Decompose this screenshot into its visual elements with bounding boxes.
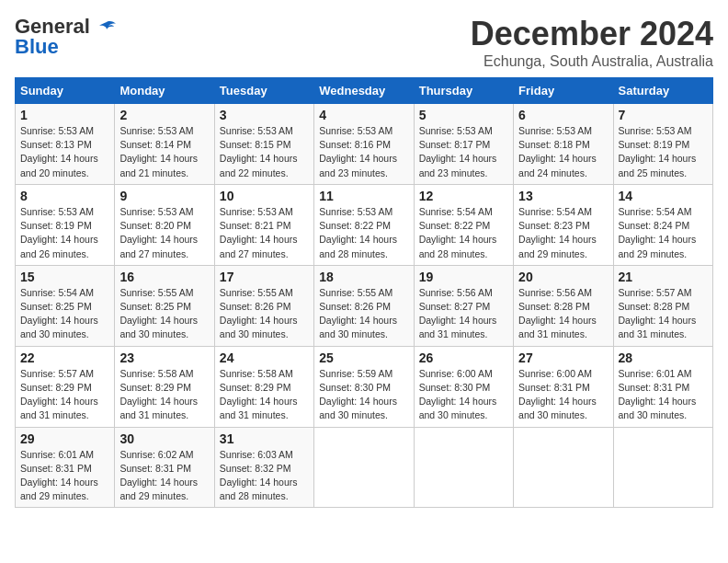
day-number: 7 <box>619 108 708 122</box>
day-detail: Sunrise: 6:00 AMSunset: 8:31 PMDaylight:… <box>518 367 608 423</box>
day-detail: Sunrise: 6:03 AMSunset: 8:32 PMDaylight:… <box>220 448 309 504</box>
day-detail: Sunrise: 5:55 AMSunset: 8:26 PMDaylight:… <box>220 286 309 342</box>
calendar-week-3: 15Sunrise: 5:54 AMSunset: 8:25 PMDayligh… <box>16 265 713 346</box>
day-detail: Sunrise: 5:53 AMSunset: 8:19 PMDaylight:… <box>20 205 109 261</box>
day-number: 17 <box>220 270 309 284</box>
day-number: 23 <box>119 350 209 365</box>
calendar-cell: 16Sunrise: 5:55 AMSunset: 8:25 PMDayligh… <box>115 265 214 346</box>
col-header-monday: Monday <box>115 78 214 104</box>
calendar-cell: 11Sunrise: 5:53 AMSunset: 8:22 PMDayligh… <box>314 184 414 265</box>
calendar-cell: 18Sunrise: 5:55 AMSunset: 8:26 PMDayligh… <box>314 265 414 346</box>
day-detail: Sunrise: 5:53 AMSunset: 8:20 PMDaylight:… <box>119 205 209 261</box>
calendar-cell <box>414 427 513 508</box>
logo-bird-icon <box>97 20 116 35</box>
calendar-cell: 10Sunrise: 5:53 AMSunset: 8:21 PMDayligh… <box>214 184 313 265</box>
day-detail: Sunrise: 5:53 AMSunset: 8:17 PMDaylight:… <box>419 124 508 180</box>
day-number: 5 <box>419 108 508 122</box>
calendar-cell: 19Sunrise: 5:56 AMSunset: 8:27 PMDayligh… <box>414 265 513 346</box>
calendar-cell: 21Sunrise: 5:57 AMSunset: 8:28 PMDayligh… <box>613 265 712 346</box>
calendar-cell: 4Sunrise: 5:53 AMSunset: 8:16 PMDaylight… <box>314 104 414 185</box>
col-header-wednesday: Wednesday <box>314 78 414 104</box>
day-number: 10 <box>220 189 309 203</box>
calendar-cell: 26Sunrise: 6:00 AMSunset: 8:30 PMDayligh… <box>414 346 513 427</box>
location-title: Echunga, South Australia, Australia <box>471 53 713 70</box>
day-number: 21 <box>619 270 708 284</box>
calendar-cell: 27Sunrise: 6:00 AMSunset: 8:31 PMDayligh… <box>514 346 613 427</box>
day-detail: Sunrise: 5:53 AMSunset: 8:14 PMDaylight:… <box>119 124 209 180</box>
day-number: 25 <box>319 350 408 365</box>
day-number: 20 <box>518 270 608 284</box>
col-header-sunday: Sunday <box>16 78 115 104</box>
day-number: 26 <box>419 350 508 365</box>
day-detail: Sunrise: 5:54 AMSunset: 8:24 PMDaylight:… <box>619 205 708 261</box>
day-number: 14 <box>619 189 708 203</box>
day-detail: Sunrise: 5:55 AMSunset: 8:25 PMDaylight:… <box>119 286 209 342</box>
day-detail: Sunrise: 5:53 AMSunset: 8:18 PMDaylight:… <box>518 124 608 180</box>
day-detail: Sunrise: 5:53 AMSunset: 8:19 PMDaylight:… <box>619 124 708 180</box>
calendar-cell: 2Sunrise: 5:53 AMSunset: 8:14 PMDaylight… <box>115 104 214 185</box>
calendar-cell: 9Sunrise: 5:53 AMSunset: 8:20 PMDaylight… <box>115 184 214 265</box>
day-number: 11 <box>319 189 408 203</box>
day-detail: Sunrise: 5:57 AMSunset: 8:28 PMDaylight:… <box>619 286 708 342</box>
day-detail: Sunrise: 5:58 AMSunset: 8:29 PMDaylight:… <box>119 367 209 423</box>
day-detail: Sunrise: 5:54 AMSunset: 8:25 PMDaylight:… <box>20 286 109 342</box>
calendar-header-row: SundayMondayTuesdayWednesdayThursdayFrid… <box>16 78 713 104</box>
day-detail: Sunrise: 6:01 AMSunset: 8:31 PMDaylight:… <box>619 367 708 423</box>
calendar-week-2: 8Sunrise: 5:53 AMSunset: 8:19 PMDaylight… <box>16 184 713 265</box>
day-number: 12 <box>419 189 508 203</box>
col-header-thursday: Thursday <box>414 78 513 104</box>
day-number: 31 <box>220 431 309 446</box>
calendar-cell: 28Sunrise: 6:01 AMSunset: 8:31 PMDayligh… <box>613 346 712 427</box>
day-number: 27 <box>518 350 608 365</box>
col-header-saturday: Saturday <box>613 78 712 104</box>
calendar-cell: 29Sunrise: 6:01 AMSunset: 8:31 PMDayligh… <box>16 427 115 508</box>
calendar-cell: 13Sunrise: 5:54 AMSunset: 8:23 PMDayligh… <box>514 184 613 265</box>
calendar-cell: 8Sunrise: 5:53 AMSunset: 8:19 PMDaylight… <box>16 184 115 265</box>
calendar-cell: 1Sunrise: 5:53 AMSunset: 8:13 PMDaylight… <box>16 104 115 185</box>
calendar-cell: 3Sunrise: 5:53 AMSunset: 8:15 PMDaylight… <box>214 104 313 185</box>
day-number: 24 <box>220 350 309 365</box>
title-block: December 2024 Echunga, South Australia, … <box>471 15 713 70</box>
day-detail: Sunrise: 5:53 AMSunset: 8:13 PMDaylight:… <box>20 124 109 180</box>
day-number: 2 <box>119 108 209 122</box>
calendar-cell: 17Sunrise: 5:55 AMSunset: 8:26 PMDayligh… <box>214 265 313 346</box>
day-detail: Sunrise: 5:53 AMSunset: 8:15 PMDaylight:… <box>220 124 309 180</box>
day-detail: Sunrise: 5:54 AMSunset: 8:23 PMDaylight:… <box>518 205 608 261</box>
day-detail: Sunrise: 5:53 AMSunset: 8:16 PMDaylight:… <box>319 124 408 180</box>
calendar-cell <box>613 427 712 508</box>
calendar-cell <box>514 427 613 508</box>
day-detail: Sunrise: 6:01 AMSunset: 8:31 PMDaylight:… <box>20 448 109 504</box>
day-detail: Sunrise: 5:56 AMSunset: 8:28 PMDaylight:… <box>518 286 608 342</box>
day-number: 1 <box>20 108 109 122</box>
calendar-cell: 22Sunrise: 5:57 AMSunset: 8:29 PMDayligh… <box>16 346 115 427</box>
calendar-cell: 31Sunrise: 6:03 AMSunset: 8:32 PMDayligh… <box>214 427 313 508</box>
day-number: 13 <box>518 189 608 203</box>
day-number: 29 <box>20 431 109 446</box>
calendar-cell: 5Sunrise: 5:53 AMSunset: 8:17 PMDaylight… <box>414 104 513 185</box>
day-number: 18 <box>319 270 408 284</box>
calendar-cell: 23Sunrise: 5:58 AMSunset: 8:29 PMDayligh… <box>115 346 214 427</box>
day-number: 28 <box>619 350 708 365</box>
calendar-cell: 15Sunrise: 5:54 AMSunset: 8:25 PMDayligh… <box>16 265 115 346</box>
day-number: 22 <box>20 350 109 365</box>
calendar-cell: 20Sunrise: 5:56 AMSunset: 8:28 PMDayligh… <box>514 265 613 346</box>
calendar-table: SundayMondayTuesdayWednesdayThursdayFrid… <box>15 77 713 508</box>
logo-blue: Blue <box>15 35 59 59</box>
calendar-cell: 14Sunrise: 5:54 AMSunset: 8:24 PMDayligh… <box>613 184 712 265</box>
calendar-week-4: 22Sunrise: 5:57 AMSunset: 8:29 PMDayligh… <box>16 346 713 427</box>
day-detail: Sunrise: 6:02 AMSunset: 8:31 PMDaylight:… <box>119 448 209 504</box>
day-number: 16 <box>119 270 209 284</box>
calendar-cell <box>314 427 414 508</box>
day-number: 6 <box>518 108 608 122</box>
day-detail: Sunrise: 5:56 AMSunset: 8:27 PMDaylight:… <box>419 286 508 342</box>
day-number: 19 <box>419 270 508 284</box>
logo: General Blue <box>15 15 116 59</box>
day-detail: Sunrise: 5:53 AMSunset: 8:21 PMDaylight:… <box>220 205 309 261</box>
calendar-cell: 24Sunrise: 5:58 AMSunset: 8:29 PMDayligh… <box>214 346 313 427</box>
day-detail: Sunrise: 5:59 AMSunset: 8:30 PMDaylight:… <box>319 367 408 423</box>
day-detail: Sunrise: 5:55 AMSunset: 8:26 PMDaylight:… <box>319 286 408 342</box>
calendar-cell: 25Sunrise: 5:59 AMSunset: 8:30 PMDayligh… <box>314 346 414 427</box>
day-detail: Sunrise: 5:57 AMSunset: 8:29 PMDaylight:… <box>20 367 109 423</box>
day-detail: Sunrise: 5:53 AMSunset: 8:22 PMDaylight:… <box>319 205 408 261</box>
page-header: General Blue December 2024 Echunga, Sout… <box>15 15 713 70</box>
